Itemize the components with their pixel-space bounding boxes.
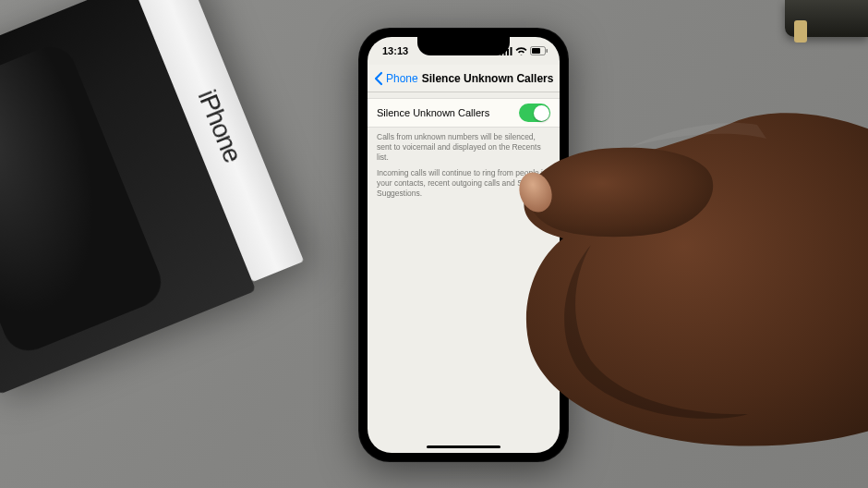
chevron-left-icon[interactable] [373, 71, 386, 86]
svg-rect-3 [511, 47, 512, 55]
iphone-device: 13:13 [358, 28, 569, 462]
navigation-bar: Phone Silence Unknown Callers [368, 65, 560, 92]
setting-description-2: Incoming calls will continue to ring fro… [368, 163, 560, 199]
silence-callers-row[interactable]: Silence Unknown Callers [368, 98, 560, 128]
status-time: 13:13 [379, 45, 408, 56]
svg-rect-5 [532, 48, 540, 54]
battery-icon [530, 46, 549, 55]
home-indicator[interactable] [427, 445, 500, 449]
silence-callers-toggle[interactable] [519, 104, 550, 122]
settings-content: Silence Unknown Callers Calls from unkno… [368, 92, 560, 199]
setting-label: Silence Unknown Callers [377, 107, 489, 118]
setting-description-1: Calls from unknown numbers will be silen… [368, 128, 560, 163]
wifi-icon [515, 47, 527, 55]
svg-rect-6 [547, 49, 549, 53]
iphone-retail-box: iPhone [0, 0, 273, 395]
phone-screen: 13:13 [368, 37, 560, 453]
phone-notch [417, 37, 510, 55]
desk-clutter [785, 0, 868, 37]
back-button[interactable]: Phone [386, 72, 418, 85]
page-title: Silence Unknown Callers [422, 72, 554, 85]
